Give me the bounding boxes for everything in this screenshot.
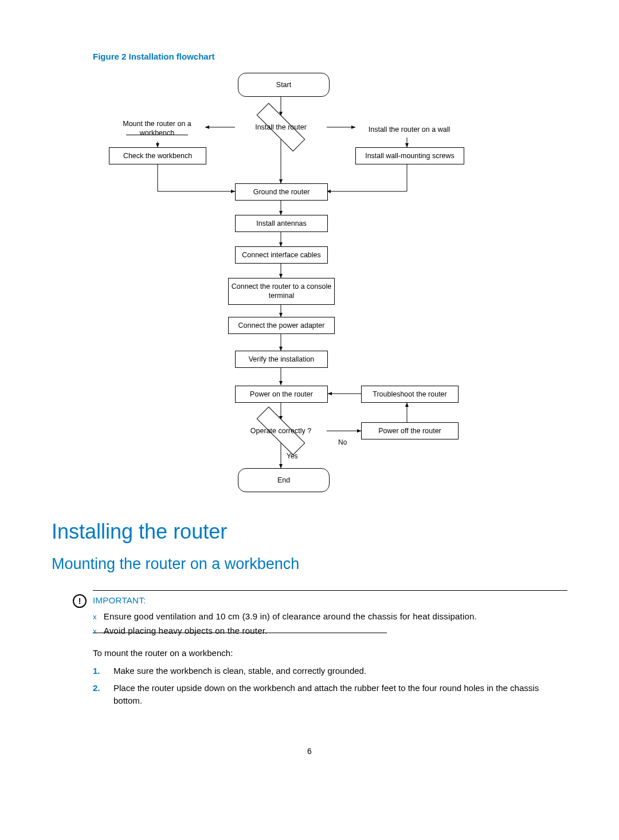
flow-power-on: Power on the router [235, 386, 328, 403]
flow-check-workbench: Check the workbench [109, 147, 206, 164]
figure-caption: Figure 2 Installation flowchart [93, 52, 567, 61]
step-item: Place the router upside down on the work… [93, 682, 567, 707]
important-icon: ! [73, 594, 87, 608]
step-item: Make sure the workbench is clean, stable… [93, 665, 567, 677]
flow-yes-label: Yes [287, 452, 298, 460]
flow-operate: Operate correctly ? [235, 419, 327, 442]
flow-cables: Connect interface cables [235, 246, 328, 264]
page-number: 6 [52, 747, 567, 756]
installation-flowchart: Start Install the router Mount the route… [52, 73, 567, 491]
flow-troubleshoot: Troubleshoot the router [361, 386, 459, 403]
flow-power-off: Power off the router [361, 422, 459, 439]
important-item: Avoid placing heavy objects on the route… [93, 626, 567, 635]
flow-console: Connect the router to a console terminal [228, 278, 335, 305]
flow-mount-workbench: Mount the router on a workbench [109, 116, 205, 142]
flow-install-wall: Install the router on a wall [355, 121, 463, 138]
flow-start: Start [238, 73, 330, 97]
heading-mounting-workbench: Mounting the router on a workbench [52, 555, 567, 573]
flow-no-label: No [338, 438, 347, 446]
intro-text: To mount the router on a workbench: [93, 648, 567, 658]
heading-installing-router: Installing the router [52, 520, 567, 544]
important-item: Ensure good ventilation and 10 cm (3.9 i… [93, 611, 567, 621]
important-callout: ! IMPORTANT: Ensure good ventilation and… [93, 590, 567, 633]
flow-verify: Verify the installation [235, 351, 328, 368]
flow-end: End [238, 468, 330, 492]
flow-ground: Ground the router [235, 183, 328, 201]
flow-install-wall-screws: Install wall-mounting screws [355, 147, 464, 164]
flow-power-adapter: Connect the power adapter [228, 317, 335, 334]
flow-antennas: Install antennas [235, 215, 328, 232]
flow-install-router: Install the router [235, 116, 327, 139]
important-title: IMPORTANT: [93, 595, 146, 605]
